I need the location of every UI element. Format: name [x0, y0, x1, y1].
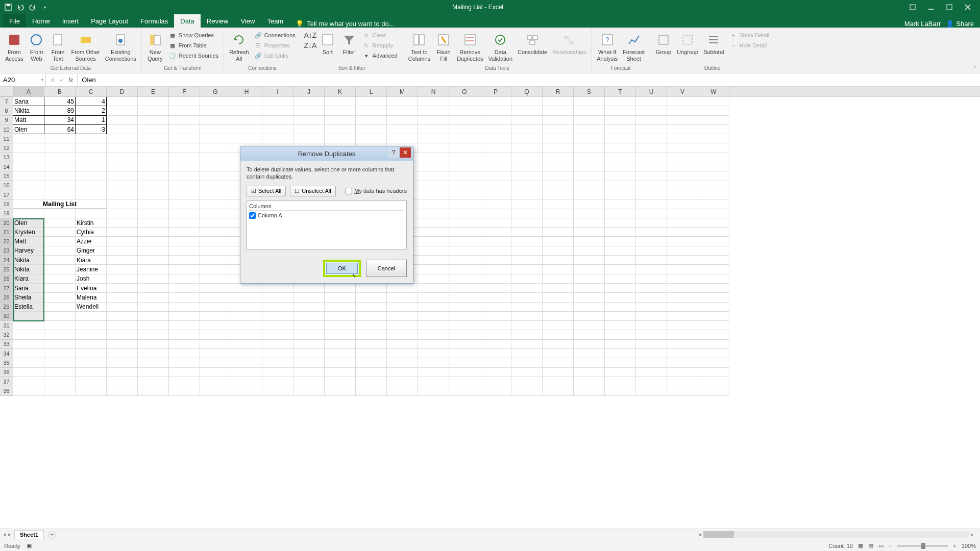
cell[interactable] — [698, 321, 729, 330]
cell[interactable] — [543, 153, 574, 162]
cell[interactable] — [107, 312, 138, 321]
col-header-I[interactable]: I — [262, 87, 293, 96]
cell[interactable] — [262, 106, 293, 115]
cell[interactable] — [107, 330, 138, 339]
formula-bar[interactable]: Olen — [78, 73, 980, 86]
cell[interactable] — [480, 171, 511, 181]
cell[interactable] — [698, 228, 729, 237]
cell[interactable] — [293, 340, 325, 349]
cell[interactable] — [44, 162, 76, 171]
macro-record-icon[interactable]: ▣ — [27, 542, 32, 549]
cell[interactable] — [387, 386, 418, 395]
cell[interactable] — [200, 237, 231, 246]
col-header-G[interactable]: G — [200, 87, 231, 96]
col-header-R[interactable]: R — [543, 87, 574, 96]
cell[interactable] — [200, 330, 231, 339]
cell[interactable] — [169, 209, 200, 218]
cell[interactable] — [511, 265, 543, 274]
cell[interactable] — [387, 349, 418, 358]
cell[interactable]: Ginger — [76, 246, 107, 256]
cell[interactable] — [325, 321, 356, 330]
cell[interactable] — [169, 330, 200, 339]
cell[interactable] — [636, 330, 667, 339]
cell[interactable] — [169, 143, 200, 153]
cell[interactable] — [480, 265, 511, 274]
cell[interactable] — [200, 386, 231, 395]
cell[interactable] — [13, 143, 44, 153]
cell[interactable] — [387, 284, 418, 293]
cell[interactable] — [138, 312, 169, 321]
cell[interactable] — [169, 293, 200, 302]
cell[interactable] — [418, 153, 449, 162]
cell[interactable] — [667, 218, 698, 228]
col-header-U[interactable]: U — [636, 87, 667, 96]
cell[interactable] — [418, 209, 449, 218]
view-page-layout-icon[interactable]: ▤ — [868, 542, 873, 549]
cell[interactable] — [418, 358, 449, 367]
cell[interactable] — [667, 228, 698, 237]
cell[interactable] — [44, 209, 76, 218]
cell[interactable] — [574, 303, 605, 312]
cell[interactable] — [262, 97, 293, 106]
cell[interactable] — [76, 368, 107, 377]
cell[interactable] — [107, 218, 138, 228]
cell[interactable] — [200, 181, 231, 190]
cell[interactable] — [44, 237, 76, 246]
cell[interactable] — [387, 358, 418, 367]
cell[interactable] — [138, 265, 169, 274]
cell[interactable] — [138, 134, 169, 143]
tab-page-layout[interactable]: Page Layout — [85, 14, 134, 28]
row-header[interactable]: 21 — [0, 228, 13, 237]
cell[interactable] — [356, 321, 387, 330]
cell[interactable] — [667, 162, 698, 171]
cell[interactable] — [480, 153, 511, 162]
cell[interactable] — [107, 153, 138, 162]
cell[interactable]: Wendell — [76, 303, 107, 312]
cell[interactable] — [543, 218, 574, 228]
cell[interactable] — [605, 321, 636, 330]
cell[interactable] — [449, 143, 480, 153]
cell[interactable] — [543, 171, 574, 181]
cell[interactable] — [387, 340, 418, 349]
cell[interactable] — [605, 284, 636, 293]
cell[interactable] — [107, 246, 138, 256]
cell[interactable] — [44, 293, 76, 302]
cell[interactable] — [293, 330, 325, 339]
cell[interactable] — [605, 265, 636, 274]
cell[interactable] — [605, 97, 636, 106]
cell[interactable] — [231, 386, 262, 395]
cell[interactable] — [293, 106, 325, 115]
cell[interactable] — [574, 125, 605, 134]
cell[interactable] — [418, 125, 449, 134]
qat-customize-icon[interactable]: ▾ — [41, 3, 49, 11]
save-icon[interactable] — [4, 3, 12, 11]
cell[interactable]: Josh — [76, 274, 107, 284]
cell[interactable] — [107, 116, 138, 125]
cell[interactable] — [449, 265, 480, 274]
cell[interactable] — [262, 303, 293, 312]
cell[interactable] — [511, 116, 543, 125]
cell[interactable] — [325, 377, 356, 386]
cell[interactable] — [44, 181, 76, 190]
cell[interactable] — [574, 321, 605, 330]
cell[interactable] — [636, 368, 667, 377]
cell[interactable] — [107, 97, 138, 106]
existing-connections-button[interactable]: Existing Connections — [103, 31, 138, 63]
cell[interactable] — [293, 97, 325, 106]
cell[interactable] — [325, 106, 356, 115]
cell[interactable] — [325, 284, 356, 293]
clear-button[interactable]: ✕Clear — [360, 31, 400, 40]
cell[interactable] — [605, 106, 636, 115]
cell[interactable] — [698, 209, 729, 218]
cell[interactable] — [169, 199, 200, 209]
cell[interactable] — [605, 171, 636, 181]
cell[interactable] — [387, 321, 418, 330]
cell[interactable] — [574, 358, 605, 367]
cell[interactable] — [636, 106, 667, 115]
cell[interactable] — [698, 171, 729, 181]
cell[interactable] — [107, 274, 138, 284]
cell[interactable] — [44, 190, 76, 199]
cell[interactable] — [511, 162, 543, 171]
user-name[interactable]: Mark LaBarr — [904, 20, 941, 28]
cell[interactable] — [44, 143, 76, 153]
